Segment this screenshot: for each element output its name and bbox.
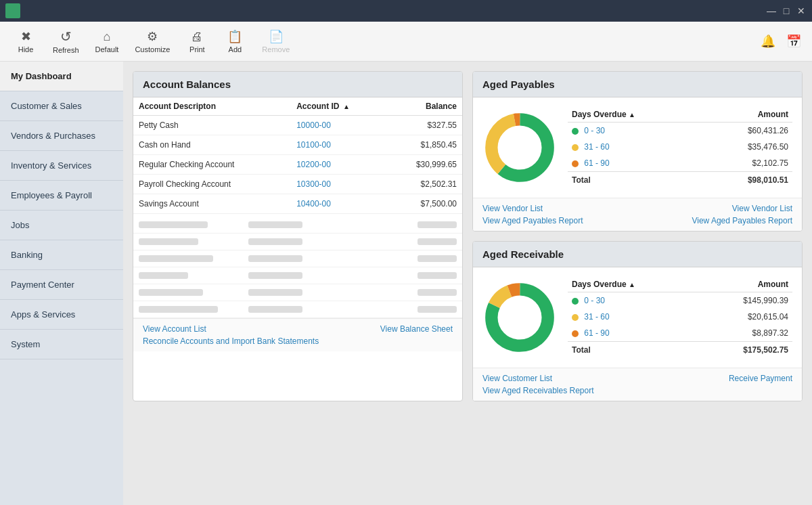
- aged-receivable-content: Days Overdue ▲ Amount 0 - 30 $145,990.39: [473, 267, 802, 368]
- aged-payables-card: Aged Payables: [472, 71, 803, 232]
- app-logo: [5, 3, 20, 18]
- aged-receivable-card: Aged Receivable Days O: [472, 241, 803, 401]
- account-id-link[interactable]: 10400-00: [291, 194, 386, 214]
- table-row: 61 - 90 $8,897.32: [568, 325, 792, 342]
- days-range: 31 - 60: [568, 139, 702, 155]
- account-balances-title: Account Balances: [133, 72, 462, 97]
- view-balance-sheet-link[interactable]: View Balance Sheet: [380, 324, 453, 334]
- remove-button[interactable]: 📄 Remove: [255, 26, 296, 56]
- col-account-id[interactable]: Account ID ▲: [291, 97, 386, 116]
- account-description: Petty Cash: [133, 116, 291, 135]
- svg-point-3: [502, 130, 537, 165]
- toolbar-right: 🔔 📅: [758, 31, 804, 51]
- sidebar-item-system[interactable]: System: [0, 330, 123, 359]
- skeleton-row: [133, 301, 462, 318]
- account-id-link[interactable]: 10100-00: [291, 135, 386, 155]
- notification-icon[interactable]: 🔔: [758, 31, 778, 51]
- sidebar-item-employees-payroll[interactable]: Employees & Payroll: [0, 181, 123, 211]
- status-dot: [572, 144, 579, 151]
- receive-payment-link[interactable]: Receive Payment: [729, 374, 792, 383]
- view-aged-receivables-report-link[interactable]: View Aged Receivables Report: [482, 386, 594, 395]
- sidebar-item-banking[interactable]: Banking: [0, 240, 123, 270]
- refresh-button[interactable]: ↺ Refresh: [46, 26, 86, 57]
- account-balance: $2,502.31: [386, 175, 462, 194]
- account-id-link[interactable]: 10200-00: [291, 155, 386, 175]
- skeleton-row: [133, 284, 462, 301]
- minimize-button[interactable]: —: [766, 5, 777, 16]
- status-dot: [572, 330, 579, 337]
- account-balances-body: Account Descripton Account ID ▲ Balance …: [133, 97, 462, 318]
- table-row: 61 - 90 $2,102.75: [568, 155, 792, 172]
- amount: $145,990.39: [696, 292, 792, 309]
- days-range-link[interactable]: 31 - 60: [584, 142, 609, 152]
- days-range-link[interactable]: 31 - 60: [584, 312, 609, 322]
- sidebar-item-payment-center[interactable]: Payment Center: [0, 270, 123, 300]
- content-area: Account Balances Account Descripton Acco…: [123, 62, 812, 505]
- sort-arrow: ▲: [343, 103, 350, 110]
- sidebar: My Dashboard Customer & Sales Vendors & …: [0, 62, 123, 505]
- skeleton-table: [133, 217, 462, 318]
- account-description: Savings Account: [133, 194, 291, 214]
- aged-payables-col-amount: Amount: [702, 107, 792, 123]
- total-row: Total $175,502.75: [568, 342, 792, 359]
- view-aged-payables-report-link-right[interactable]: View Aged Payables Report: [692, 216, 792, 225]
- aged-payables-title: Aged Payables: [473, 72, 802, 97]
- amount: $35,476.50: [702, 139, 792, 155]
- days-range: 61 - 90: [568, 325, 696, 342]
- days-range-link[interactable]: 0 - 30: [584, 296, 605, 305]
- view-customer-list-link[interactable]: View Customer List: [482, 374, 594, 383]
- add-button[interactable]: 📋 Add: [217, 26, 252, 56]
- maximize-button[interactable]: □: [781, 5, 792, 16]
- account-id-link[interactable]: 10000-00: [291, 116, 386, 135]
- account-description: Payroll Checking Account: [133, 175, 291, 194]
- days-range-link[interactable]: 61 - 90: [584, 158, 609, 168]
- days-range: 0 - 30: [568, 292, 696, 309]
- days-range-link[interactable]: 61 - 90: [584, 328, 609, 338]
- calendar-icon[interactable]: 📅: [784, 31, 804, 51]
- remove-icon: 📄: [269, 29, 284, 44]
- aged-payables-footer: View Vendor List View Aged Payables Repo…: [473, 198, 802, 231]
- amount: $60,431.26: [702, 123, 792, 139]
- customize-button[interactable]: ⚙ Customize: [128, 26, 177, 56]
- account-table: Account Descripton Account ID ▲ Balance …: [133, 97, 462, 214]
- sidebar-item-apps-services[interactable]: Apps & Services: [0, 300, 123, 330]
- total-label: Total: [568, 342, 696, 359]
- days-range: 0 - 30: [568, 123, 702, 139]
- status-dot: [572, 298, 579, 305]
- sidebar-item-vendors-purchases[interactable]: Vendors & Purchases: [0, 121, 123, 151]
- view-account-list-link[interactable]: View Account List: [143, 324, 206, 334]
- print-button[interactable]: 🖨 Print: [179, 27, 215, 56]
- default-button[interactable]: ⌂ Default: [89, 27, 126, 56]
- account-balance: $7,500.00: [386, 194, 462, 214]
- amount: $2,102.75: [702, 155, 792, 172]
- svg-point-7: [502, 300, 537, 335]
- account-description: Cash on Hand: [133, 135, 291, 155]
- aged-receivable-table: Days Overdue ▲ Amount 0 - 30 $145,990.39: [568, 277, 792, 358]
- days-range: 31 - 60: [568, 309, 696, 325]
- total-label: Total: [568, 172, 702, 189]
- sidebar-item-jobs[interactable]: Jobs: [0, 211, 123, 240]
- view-vendor-list-link-left[interactable]: View Vendor List: [482, 204, 583, 213]
- gear-icon: ⚙: [147, 29, 158, 44]
- view-vendor-list-link-right[interactable]: View Vendor List: [692, 204, 792, 213]
- aged-payables-chart: [482, 110, 557, 185]
- col-balance: Balance: [386, 97, 462, 116]
- hide-icon: ✖: [21, 29, 31, 44]
- add-icon: 📋: [227, 29, 242, 44]
- sidebar-item-my-dashboard[interactable]: My Dashboard: [0, 62, 123, 91]
- days-range-link[interactable]: 0 - 30: [584, 126, 605, 135]
- account-id-link[interactable]: 10300-00: [291, 175, 386, 194]
- hide-button[interactable]: ✖ Hide: [8, 26, 43, 56]
- amount: $20,615.04: [696, 309, 792, 325]
- aged-payables-content: Days Overdue ▲ Amount 0 - 30 $60,431.26: [473, 97, 802, 198]
- table-row: Payroll Checking Account 10300-00 $2,502…: [133, 175, 462, 194]
- reconcile-accounts-link[interactable]: Reconcile Accounts and Import Bank State…: [143, 336, 319, 346]
- sidebar-item-inventory-services[interactable]: Inventory & Services: [0, 151, 123, 181]
- account-balances-footer: View Account List View Balance Sheet Rec…: [133, 318, 462, 351]
- days-range: 61 - 90: [568, 155, 702, 172]
- col-description: Account Descripton: [133, 97, 291, 116]
- close-button[interactable]: ✕: [796, 5, 807, 16]
- sidebar-item-customer-sales[interactable]: Customer & Sales: [0, 91, 123, 121]
- window-controls[interactable]: — □ ✕: [766, 5, 807, 16]
- view-aged-payables-report-link-left[interactable]: View Aged Payables Report: [482, 216, 583, 225]
